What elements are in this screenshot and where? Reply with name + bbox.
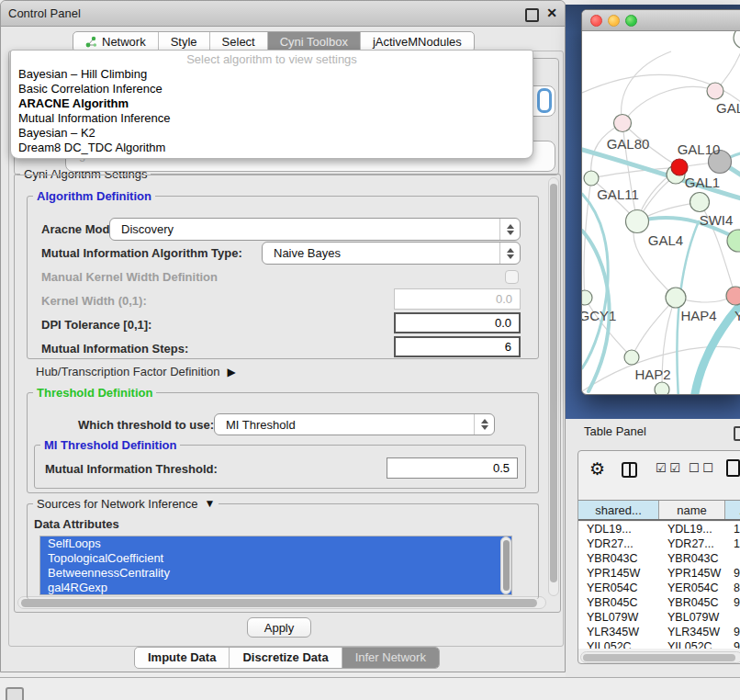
attribute-item-selected[interactable]: TopologicalCoefficient — [40, 551, 511, 566]
dropdown-placeholder: Select algorithm to view settings — [11, 51, 533, 67]
attribute-item-selected[interactable]: BetweennessCentrality — [40, 566, 511, 581]
network-node-hap2[interactable] — [624, 350, 639, 365]
node-label: GAL — [716, 100, 740, 116]
dropdown-item[interactable]: Mutual Information Inference — [11, 111, 533, 126]
table-row[interactable]: YBR045C YBR045C 9. — [578, 595, 740, 610]
table-header-row: shared... name A — [578, 500, 740, 521]
zoom-traffic-light[interactable] — [625, 15, 637, 27]
hub-definition-toggle[interactable]: Hub/Transcription Factor Definition ▶ — [36, 365, 236, 378]
bottom-left-partial-icon[interactable] — [6, 687, 24, 700]
node-label: HAP2 — [634, 367, 670, 382]
network-node-gal1[interactable] — [690, 193, 710, 212]
expanded-arrow-icon: ▼ — [205, 497, 216, 511]
network-node-gal80[interactable] — [614, 115, 632, 132]
table-panel-title: Table Panel — [584, 424, 646, 438]
table-row[interactable]: YPR145W YPR145W 9. — [578, 566, 740, 581]
network-node-salmon[interactable] — [726, 287, 740, 305]
close-icon[interactable]: ✕ — [546, 6, 557, 20]
settings-vertical-scrollbar[interactable] — [548, 177, 559, 596]
network-node-gal11[interactable] — [584, 171, 599, 186]
document-icon[interactable] — [726, 459, 740, 477]
deselect-all-checkboxes-icon[interactable]: ☐ ☐ — [689, 461, 713, 475]
sources-group-title[interactable]: Sources for Network Inference ▼ — [33, 497, 219, 511]
network-view-window[interactable]: GAL GAL80 GAL10 GAL1 GAL11 SWI4 GAL4 GCY… — [581, 9, 740, 395]
settings-vscroll-thumb[interactable] — [550, 184, 557, 582]
attribute-item-selected[interactable]: gal4RGexp — [40, 581, 511, 595]
table-row[interactable]: YIL052C YIL052C 9 — [578, 639, 740, 649]
network-canvas[interactable]: GAL GAL80 GAL10 GAL1 GAL11 SWI4 GAL4 GCY… — [582, 31, 740, 395]
attributes-scroll-thumb[interactable] — [503, 540, 510, 591]
tab-infer-network[interactable]: Infer Network — [342, 648, 439, 668]
manual-kernel-checkbox[interactable] — [505, 270, 519, 284]
dropdown-item-selected[interactable]: ARACNE Algorithm — [11, 96, 533, 111]
table-horizontal-scrollbar[interactable] — [580, 651, 740, 663]
table-row[interactable]: YBL079W YBL079W — [578, 610, 740, 625]
dropdown-item[interactable]: Basic Correlation Inference — [11, 82, 533, 96]
mi-type-combobox[interactable]: Naive Bayes — [262, 242, 521, 265]
algorithm-combobox-focus-stepper[interactable] — [537, 88, 552, 113]
attribute-item-selected[interactable]: SelfLoops — [40, 536, 511, 551]
dropdown-item[interactable]: Bayesian – K2 — [11, 126, 533, 141]
select-all-checkboxes-icon[interactable]: ☑ ☑ — [656, 461, 680, 475]
manual-kernel-label: Manual Kernel Width Definition — [41, 270, 218, 284]
network-node-gal4[interactable] — [626, 210, 649, 233]
network-node-gcy1[interactable] — [582, 290, 592, 305]
network-node-hap4[interactable] — [666, 288, 686, 308]
mi-threshold-label: Mutual Information Threshold: — [45, 462, 218, 476]
mi-steps-field[interactable]: 6 — [394, 336, 521, 357]
attributes-list-scrollbar[interactable] — [500, 536, 511, 594]
dpi-tolerance-field[interactable]: 0.0 — [394, 312, 521, 333]
table-hscroll-thumb[interactable] — [583, 654, 735, 661]
data-attributes-label: Data Attributes — [34, 517, 119, 531]
table-row[interactable]: YBR043C YBR043C — [578, 551, 740, 566]
close-traffic-light[interactable] — [590, 15, 602, 27]
collapsed-arrow-icon: ▶ — [227, 366, 235, 378]
network-node-red-selected[interactable] — [671, 159, 688, 175]
bottom-tabbar: Impute Data Discretize Data Infer Networ… — [134, 647, 440, 669]
gear-icon[interactable]: ⚙ — [589, 458, 605, 480]
control-panel-window: Control Panel ✕ Network Style Select Cyn… — [0, 0, 566, 672]
table-panel-float-icon[interactable] — [734, 426, 740, 441]
float-window-icon[interactable] — [525, 8, 539, 22]
dropdown-item[interactable]: Bayesian – Hill Climbing — [11, 67, 533, 82]
network-node[interactable] — [734, 31, 740, 49]
tab-discretize-data[interactable]: Discretize Data — [230, 648, 342, 668]
table-row[interactable]: YDR27... YDR27... 12 — [578, 536, 740, 551]
tab-jactivemnodules[interactable]: jActiveMNodules — [361, 32, 474, 51]
tab-select[interactable]: Select — [210, 32, 268, 51]
kernel-width-field[interactable]: 0.0 — [394, 288, 521, 310]
table-row[interactable]: YLR345W YLR345W 9. — [578, 625, 740, 639]
control-panel-titlebar[interactable]: Control Panel ✕ — [1, 1, 565, 27]
column-header-name[interactable]: name — [659, 501, 725, 519]
aracne-mode-combobox[interactable]: Discovery — [109, 218, 521, 241]
mi-steps-label: Mutual Information Steps: — [41, 342, 188, 356]
network-window-titlebar[interactable] — [582, 10, 740, 31]
column-header-cut[interactable]: A — [725, 501, 740, 519]
tab-style[interactable]: Style — [159, 32, 210, 51]
network-node[interactable] — [655, 382, 669, 395]
split-columns-icon[interactable] — [622, 462, 637, 478]
node-label: GAL80 — [607, 136, 650, 152]
table-body: YDL19... YDL19... 13 YDR27... YDR27... 1… — [578, 522, 740, 649]
tab-impute-data[interactable]: Impute Data — [135, 648, 230, 668]
tab-network[interactable]: Network — [73, 32, 159, 51]
table-row[interactable]: YDL19... YDL19... 13 — [578, 522, 740, 536]
dropdown-item[interactable]: Dream8 DC_TDC Algorithm — [11, 141, 533, 155]
mi-threshold-field[interactable]: 0.5 — [387, 457, 518, 479]
data-attributes-list[interactable]: SelfLoops TopologicalCoefficient Between… — [39, 536, 512, 595]
mi-type-value: Naive Bayes — [263, 246, 499, 260]
network-node[interactable] — [707, 83, 723, 99]
apply-button[interactable]: Apply — [247, 617, 311, 638]
minimize-traffic-light[interactable] — [608, 15, 620, 27]
column-header-shared-name[interactable]: shared... — [578, 501, 659, 519]
table-panel-region: Table Panel ⚙ ☑ ☑ ☐ ☐ shared... name A Y… — [566, 419, 740, 677]
table-row[interactable]: YER054C YER054C 8. — [578, 581, 740, 595]
which-threshold-combobox[interactable]: MI Threshold — [214, 413, 495, 435]
dpi-tolerance-label: DPI Tolerance [0,1]: — [41, 318, 151, 332]
node-label: HAP4 — [680, 308, 716, 323]
combo-stepper-icon — [474, 414, 494, 435]
kernel-width-label: Kernel Width (0,1): — [41, 294, 147, 308]
settings-hscroll-thumb[interactable] — [21, 599, 537, 607]
tab-cyni-toolbox[interactable]: Cyni Toolbox — [268, 32, 361, 51]
mi-threshold-group-title: MI Threshold Definition — [40, 438, 180, 452]
